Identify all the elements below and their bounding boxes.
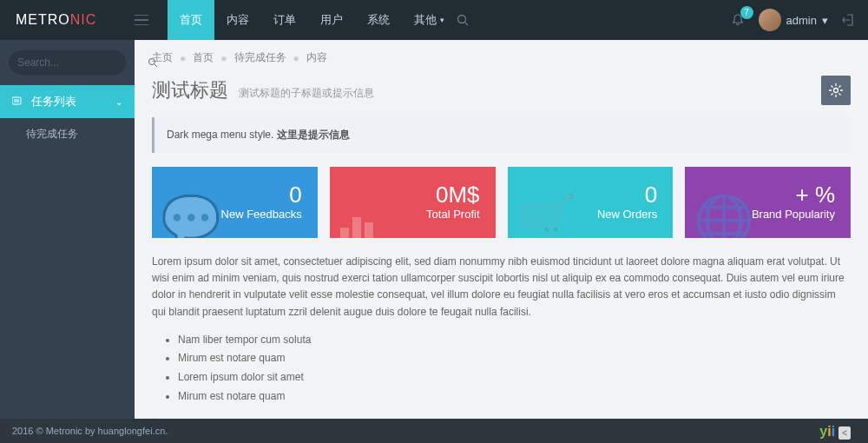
nav-system[interactable]: 系统 [355, 0, 402, 40]
sidebar-search[interactable] [9, 50, 126, 75]
crumb-3[interactable]: 内容 [306, 50, 327, 65]
svg-rect-8 [340, 228, 349, 238]
stats-row: 💬 0 New Feedbacks 0M$ Total Profit 🛒 0 N… [135, 167, 868, 254]
list-item: Mirum est notare quam [178, 349, 851, 368]
globe-icon: 🌐 [694, 196, 754, 238]
settings-button[interactable] [821, 76, 851, 105]
cart-icon: 🛒 [516, 196, 577, 238]
logout-button[interactable] [842, 13, 856, 27]
chat-icon: 💬 [161, 196, 221, 238]
svg-rect-10 [365, 222, 373, 238]
content-area: 主页● 首页● 待完成任务● 内容 测试标题 测试标题的子标题或提示信息 Dar… [135, 40, 868, 443]
chevron-down-icon: ⌄ [115, 97, 122, 107]
crumb-1[interactable]: 首页 [193, 50, 214, 65]
top-search-button[interactable] [457, 14, 493, 26]
svg-point-7 [834, 89, 838, 93]
page-title: 测试标题 测试标题的子标题或提示信息 [152, 77, 374, 103]
sidebar-sub-pending[interactable]: 待完成任务 [0, 118, 135, 150]
chevron-down-icon: ▾ [440, 0, 444, 40]
body-paragraph: Lorem ipsum dolor sit amet, consectetuer… [135, 254, 868, 331]
stat-profit[interactable]: 0M$ Total Profit [330, 167, 496, 238]
bullet-list: Nam liber tempor cum soluta Mirum est no… [135, 331, 868, 418]
nav-orders[interactable]: 订单 [261, 0, 308, 40]
svg-rect-4 [12, 97, 21, 104]
stat-feedbacks[interactable]: 💬 0 New Feedbacks [152, 167, 318, 238]
top-nav: 首页 内容 订单 用户 系统 其他▾ [168, 0, 457, 40]
nav-home[interactable]: 首页 [168, 0, 214, 40]
sidebar-toggle[interactable] [135, 15, 168, 25]
user-name: admin [786, 14, 817, 27]
nav-other[interactable]: 其他▾ [402, 0, 457, 40]
chevron-down-icon: ▾ [822, 14, 828, 27]
sidebar-item-tasks[interactable]: 任务列表 ⌄ [0, 85, 135, 118]
nav-users[interactable]: 用户 [308, 0, 355, 40]
yii-badge[interactable]: yii< [819, 424, 851, 440]
top-header: METRONIC 首页 内容 订单 用户 系统 其他▾ 7 admin ▾ [0, 0, 868, 40]
footer: 2016 © Metronic by huanglongfei.cn. [0, 419, 868, 443]
user-menu[interactable]: admin ▾ [759, 9, 828, 31]
notification-badge: 7 [740, 6, 753, 19]
page-subtitle: 测试标题的子标题或提示信息 [239, 87, 374, 99]
list-item: Mirum est notare quam [178, 387, 851, 407]
svg-line-1 [465, 23, 469, 26]
logo[interactable]: METRONIC [0, 12, 135, 28]
list-item: Nam liber tempor cum soluta [178, 331, 851, 350]
sidebar: 任务列表 ⌄ 待完成任务 [0, 40, 135, 443]
list-item: Lorem ipsum dolor sit amet [178, 368, 851, 387]
nav-content[interactable]: 内容 [214, 0, 261, 40]
hint-box: Dark mega menu style. 这里是提示信息 [152, 117, 851, 153]
notifications-button[interactable]: 7 [731, 13, 745, 27]
search-input[interactable] [17, 56, 148, 69]
stat-orders[interactable]: 🛒 0 New Orders [508, 167, 674, 238]
crumb-2[interactable]: 待完成任务 [234, 50, 286, 65]
svg-point-0 [458, 16, 466, 23]
stat-popularity[interactable]: 🌐 + % Brand Popularity [685, 167, 851, 238]
list-icon [12, 96, 24, 107]
avatar [759, 9, 781, 31]
breadcrumb: 主页● 首页● 待完成任务● 内容 [135, 40, 868, 72]
svg-rect-9 [352, 217, 361, 238]
crumb-0[interactable]: 主页 [152, 50, 173, 65]
bar-chart-icon [339, 210, 387, 238]
